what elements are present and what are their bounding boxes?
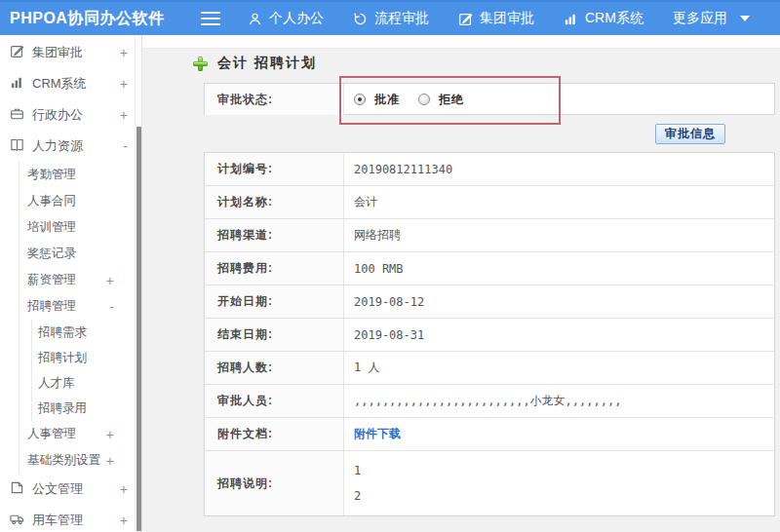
field-value: 2019-08-12 (344, 285, 774, 318)
expand-toggle[interactable]: + (106, 273, 114, 288)
field-value: 1 2 (344, 451, 774, 515)
table-row-recruit-channel: 招聘渠道: 网络招聘 (205, 219, 774, 252)
history-icon (353, 12, 368, 26)
table-row-start-date: 开始日期: 2019-08-12 (205, 285, 774, 319)
sidebar-item-hr-contract[interactable]: 人事合同 (20, 188, 141, 214)
expand-toggle[interactable]: + (106, 453, 114, 469)
nav-item-group-approval[interactable]: 集团审批 (458, 10, 534, 27)
expand-toggle[interactable]: + (120, 107, 128, 123)
sidebar-item-group-approval[interactable]: 集团审批 + (0, 37, 141, 68)
sidebar-item-rewards[interactable]: 奖惩记录 (20, 241, 141, 267)
nav-item-label: 集团审批 (480, 10, 534, 27)
expand-toggle[interactable]: - (123, 138, 128, 154)
nav-item-label: 个人办公 (269, 10, 324, 27)
table-row-approvers: 审批人员: ,,,,,,,,,,,,,,,,,,,,,,,,,小龙女,,,,,,… (205, 385, 774, 418)
sidebar-item-crm[interactable]: CRM系统 + (0, 68, 141, 99)
reject-radio-label: 拒绝 (439, 92, 464, 108)
app-title: PHPOA协同办公软件 (0, 9, 187, 29)
person-icon (248, 12, 262, 26)
sidebar-item-personnel-mgmt[interactable]: 人事管理 + (20, 421, 141, 447)
sidebar-item-base-category[interactable]: 基础类别设置 + (20, 447, 141, 474)
document-icon (10, 480, 24, 498)
expand-toggle[interactable]: - (109, 299, 114, 315)
top-nav: 个人办公 流程审批 集团审批 CRM系统 更多应用 (248, 10, 779, 27)
bar-chart-icon (564, 12, 578, 26)
expand-toggle[interactable]: + (106, 427, 114, 442)
field-label: 招聘渠道: (205, 219, 344, 251)
hr-submenu: 考勤管理 人事合同 培训管理 奖惩记录 薪资管理 + 招聘管理 - 招聘需求 招… (19, 162, 141, 474)
briefcase-icon (10, 106, 24, 124)
sidebar-item-document-mgmt[interactable]: 公文管理 + (0, 474, 141, 505)
nav-item-workflow-approval[interactable]: 流程审批 (353, 10, 429, 27)
sidebar-item-recruit-hire[interactable]: 招聘录用 (32, 396, 141, 421)
nav-item-label: CRM系统 (585, 10, 644, 27)
sidebar-item-recruit-mgmt[interactable]: 招聘管理 - (20, 293, 141, 320)
expand-toggle[interactable]: + (120, 513, 128, 528)
sidebar-scrollbar-thumb[interactable] (136, 127, 141, 531)
field-value: 会计 (344, 186, 774, 218)
table-row-attachment: 附件文档: 附件下载 (205, 418, 774, 451)
table-row-approval-status: 审批状态: 批准 拒绝 (205, 84, 774, 115)
field-label: 结束日期: (205, 319, 344, 351)
sidebar-item-attendance[interactable]: 考勤管理 (20, 162, 141, 188)
field-value: 1 人 (344, 352, 774, 384)
recruit-plan-detail-table: 计划编号: 20190812111340 计划名称: 会计 招聘渠道: 网络招聘… (204, 152, 775, 516)
field-label: 计划编号: (205, 153, 344, 185)
attachment-download-link[interactable]: 附件下载 (354, 426, 401, 442)
reject-radio[interactable] (418, 94, 430, 105)
sidebar-item-recruit-demand[interactable]: 招聘需求 (32, 320, 141, 345)
sidebar-item-admin-office[interactable]: 行政办公 + (0, 99, 141, 131)
table-row-plan-number: 计划编号: 20190812111340 (205, 153, 774, 186)
description-line: 1 (354, 458, 361, 483)
sidebar-scrollbar (135, 35, 141, 532)
field-label: 审批人员: (205, 385, 344, 417)
expand-toggle[interactable]: + (120, 45, 128, 60)
field-label: 招聘人数: (205, 352, 344, 384)
sidebar-item-recruit-plan[interactable]: 招聘计划 (32, 345, 141, 370)
main-content: 会计 招聘计划 审批状态: 批准 拒绝 审批信息 计划编号: 201908121… (142, 35, 780, 532)
edit-icon (10, 44, 24, 61)
nav-item-label: 流程审批 (374, 10, 429, 27)
nav-item-personal-office[interactable]: 个人办公 (248, 10, 324, 27)
expand-toggle[interactable]: + (120, 76, 128, 92)
expand-toggle[interactable]: + (120, 481, 128, 497)
menu-hamburger-icon[interactable] (201, 12, 220, 25)
field-value: 20190812111340 (344, 153, 774, 185)
field-label: 招聘说明: (205, 451, 344, 515)
bar-chart-icon (10, 75, 24, 93)
field-value: ,,,,,,,,,,,,,,,,,,,,,,,,,小龙女,,,,,,,, (344, 385, 774, 417)
sidebar-item-training[interactable]: 培训管理 (20, 214, 141, 241)
caret-down-icon (740, 16, 750, 21)
table-row-plan-name: 计划名称: 会计 (205, 186, 774, 219)
table-row-headcount: 招聘人数: 1 人 (205, 352, 774, 385)
toolbar-strip (142, 35, 780, 49)
field-label: 审批状态: (205, 84, 344, 115)
approve-radio[interactable] (354, 94, 366, 105)
sidebar-item-talent-pool[interactable]: 人才库 (32, 370, 141, 396)
field-value: 附件下载 (344, 418, 774, 450)
table-row-recruit-cost: 招聘费用: 100 RMB (205, 252, 774, 285)
nav-item-crm[interactable]: CRM系统 (564, 10, 644, 27)
sidebar-item-vehicle-mgmt[interactable]: 用车管理 + (0, 505, 141, 532)
field-label: 招聘费用: (205, 252, 344, 285)
add-plus-icon[interactable] (193, 57, 208, 71)
book-icon (10, 137, 24, 155)
field-value: 100 RMB (344, 252, 774, 285)
nav-item-more-apps[interactable]: 更多应用 (673, 10, 750, 27)
nav-item-label: 更多应用 (673, 10, 727, 27)
field-label: 开始日期: (205, 285, 344, 318)
page-title: 会计 招聘计划 (217, 55, 317, 72)
field-value: 网络招聘 (344, 219, 774, 251)
field-label: 附件文档: (205, 418, 344, 450)
sidebar-item-hr[interactable]: 人力资源 - (0, 131, 141, 162)
page-header: 会计 招聘计划 (193, 55, 317, 72)
field-label: 计划名称: (205, 186, 344, 218)
approval-info-button[interactable]: 审批信息 (655, 124, 725, 144)
field-value: 批准 拒绝 (344, 84, 774, 115)
sidebar-item-salary[interactable]: 薪资管理 + (20, 267, 141, 293)
table-row-description: 招聘说明: 1 2 (205, 451, 774, 515)
top-bar: PHPOA协同办公软件 个人办公 流程审批 集团审批 CRM系统 更多应用 (0, 0, 780, 35)
sidebar: 集团审批 + CRM系统 + 行政办公 + 人力资源 - 考勤管理 人事合同 培… (0, 35, 142, 532)
table-row-end-date: 结束日期: 2019-08-31 (205, 319, 774, 352)
approval-status-table: 审批状态: 批准 拒绝 (204, 83, 775, 115)
